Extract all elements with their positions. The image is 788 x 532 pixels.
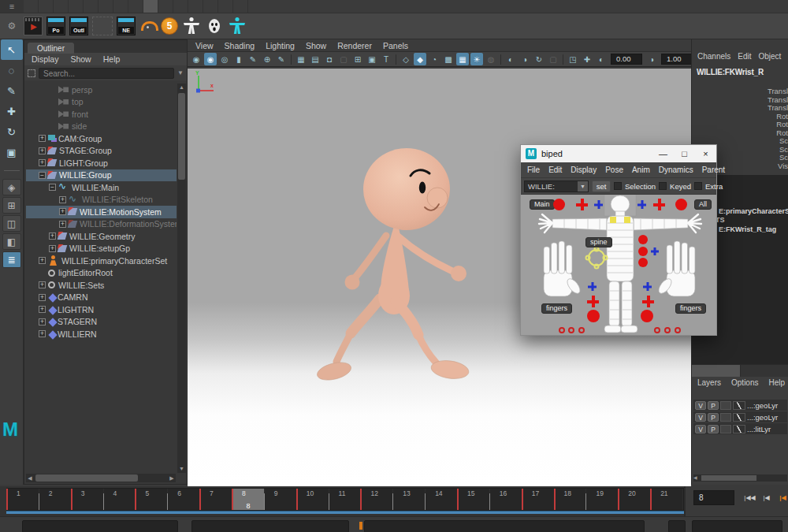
brush-icon[interactable]: ✎ bbox=[275, 53, 288, 65]
vertical-scrollbar[interactable]: ▲ ▼ bbox=[177, 84, 186, 473]
layer-playback-toggle[interactable]: P bbox=[708, 425, 719, 433]
layer-color-swatch[interactable] bbox=[720, 401, 731, 410]
lasso-select-tool[interactable]: ◌ bbox=[1, 60, 23, 80]
channel-attribute[interactable]: Transl bbox=[692, 87, 788, 95]
exposure-field[interactable]: 0.00 bbox=[611, 54, 642, 65]
picker-toe-circle[interactable] bbox=[568, 327, 574, 333]
shelf-tab[interactable] bbox=[173, 0, 188, 13]
chevron-down-icon[interactable]: ▼ bbox=[177, 69, 184, 76]
timeline-frame[interactable]: 18 bbox=[555, 489, 587, 510]
picker-select-dot[interactable] bbox=[553, 199, 565, 210]
scroll-left-icon[interactable]: ◀ bbox=[26, 474, 34, 482]
field-chart-icon[interactable]: ⊞ bbox=[351, 53, 364, 65]
move-tool[interactable]: ✚ bbox=[1, 101, 23, 121]
biped-titlebar[interactable]: M biped — □ × bbox=[521, 145, 716, 162]
go-to-start-button[interactable]: |◀◀ bbox=[742, 490, 757, 505]
expander-toggle[interactable]: + bbox=[59, 208, 66, 215]
expander-toggle[interactable]: + bbox=[59, 221, 66, 228]
maximize-button[interactable]: □ bbox=[674, 145, 695, 162]
menu-item[interactable]: Display bbox=[571, 166, 597, 174]
picker-spine-dot[interactable] bbox=[638, 247, 648, 256]
timeline-frame[interactable]: 17 bbox=[522, 489, 555, 510]
outliner-item[interactable]: + WILLIE:primaryCharacterSet bbox=[26, 255, 177, 267]
node-editor-icon[interactable]: NE bbox=[117, 17, 136, 35]
outliner-item[interactable]: + CAMRN bbox=[26, 292, 177, 304]
menu-item[interactable]: Show bbox=[70, 54, 91, 64]
tpose-character-icon[interactable] bbox=[182, 17, 201, 35]
timeline-frame[interactable]: 11 bbox=[329, 489, 362, 510]
range-slider[interactable] bbox=[364, 520, 645, 532]
picker-foot-dot[interactable] bbox=[587, 310, 600, 322]
menu-item[interactable]: Anim bbox=[632, 166, 650, 174]
layout-outliner-persp[interactable]: ≣ bbox=[2, 251, 21, 268]
picker-all-button[interactable]: All bbox=[694, 199, 712, 210]
filter-icon[interactable] bbox=[28, 69, 35, 77]
range-field[interactable] bbox=[22, 520, 178, 532]
picker-fingers-right-button[interactable]: fingers bbox=[675, 303, 706, 314]
isolate-select-icon[interactable]: ◳ bbox=[567, 53, 579, 65]
resolution-gate-icon[interactable]: ◘ bbox=[323, 53, 336, 65]
paint-select-tool[interactable]: ✎ bbox=[1, 80, 23, 101]
channel-attribute[interactable]: Rot bbox=[692, 112, 788, 121]
picker-ik-plus[interactable] bbox=[637, 200, 646, 209]
timeline-frame[interactable]: 9 bbox=[265, 489, 297, 510]
timeline-frame[interactable]: 7 bbox=[200, 489, 232, 510]
picker-toe-circle[interactable] bbox=[559, 327, 565, 333]
gate-mask-icon[interactable]: ▢ bbox=[337, 53, 350, 65]
outliner-item[interactable]: + CAM:Group bbox=[26, 132, 177, 145]
close-button[interactable]: × bbox=[695, 145, 716, 162]
shelf-tab[interactable] bbox=[203, 0, 218, 13]
shelf-tab[interactable] bbox=[233, 0, 248, 13]
outliner-item[interactable]: + WILLIE:DeformationSystem bbox=[26, 218, 177, 231]
menu-toggle-icon[interactable]: ≡ bbox=[0, 0, 24, 13]
bookmark-icon[interactable]: ▮ bbox=[232, 53, 245, 65]
checker-icon[interactable]: ▦ bbox=[456, 53, 469, 65]
extra-checkbox[interactable] bbox=[694, 182, 702, 190]
shelf-tab[interactable] bbox=[69, 0, 84, 13]
layer-editor-tab[interactable] bbox=[741, 365, 788, 377]
layer-color-swatch[interactable] bbox=[720, 425, 731, 433]
picker-toe-circle[interactable] bbox=[664, 327, 671, 333]
layer-editor-tab[interactable] bbox=[692, 365, 741, 377]
expander-toggle[interactable]: + bbox=[39, 281, 46, 288]
textured-icon[interactable]: ▩ bbox=[442, 53, 455, 65]
range-field[interactable] bbox=[692, 520, 782, 532]
outliner-item[interactable]: front bbox=[26, 108, 177, 121]
expander-toggle[interactable]: + bbox=[39, 306, 46, 313]
expander-toggle[interactable]: + bbox=[49, 245, 56, 252]
menu-item[interactable]: Channels bbox=[697, 52, 730, 63]
timeline-range-bar[interactable] bbox=[6, 511, 684, 514]
menu-item[interactable]: Lighting bbox=[266, 41, 295, 50]
exposure-icon[interactable]: ◐ bbox=[595, 53, 608, 65]
shelf-tab[interactable] bbox=[143, 0, 158, 13]
channel-attribute[interactable]: Transl bbox=[692, 103, 788, 112]
cyan-character-icon[interactable] bbox=[228, 17, 247, 35]
range-field[interactable] bbox=[191, 520, 349, 532]
menu-item[interactable]: Layers bbox=[697, 378, 721, 387]
outliner-item[interactable]: − WILLIE:Main bbox=[26, 181, 177, 194]
motion-blur-icon[interactable]: ◑ bbox=[519, 53, 531, 65]
menu-item[interactable]: View bbox=[195, 41, 214, 50]
expander-toggle[interactable]: + bbox=[49, 233, 56, 240]
camera-lock-icon[interactable]: ◉ bbox=[204, 53, 217, 65]
horizontal-scrollbar[interactable]: ◀ ▶ bbox=[26, 474, 176, 482]
layer-visibility-toggle[interactable]: V bbox=[695, 413, 706, 422]
wireframe-icon[interactable]: ◇ bbox=[400, 53, 412, 65]
picker-spine-dot[interactable] bbox=[638, 235, 648, 244]
picker-toe-circle[interactable] bbox=[675, 327, 681, 333]
timeline-frame[interactable]: 3 bbox=[72, 489, 104, 510]
layer-visibility-toggle[interactable]: V bbox=[695, 425, 706, 433]
outliner-item[interactable]: + LIGHT:Group bbox=[26, 157, 177, 169]
picker-key-plus[interactable] bbox=[642, 296, 654, 307]
layer-scrollbar[interactable]: ◀ bbox=[693, 474, 787, 482]
playblast-icon[interactable]: ▶ bbox=[24, 17, 43, 35]
hud-icon[interactable]: T bbox=[380, 53, 392, 65]
picker-ik-plus[interactable] bbox=[594, 200, 603, 209]
menu-item[interactable]: Show bbox=[306, 41, 326, 50]
picker-key-plus[interactable] bbox=[653, 199, 665, 210]
menu-item[interactable]: Shading bbox=[225, 41, 255, 50]
timeline-frame[interactable]: 21 bbox=[651, 489, 683, 510]
selection-checkbox[interactable] bbox=[614, 182, 622, 190]
menu-item[interactable]: Options bbox=[731, 378, 758, 387]
lighting-icon[interactable]: ☀ bbox=[470, 53, 483, 65]
